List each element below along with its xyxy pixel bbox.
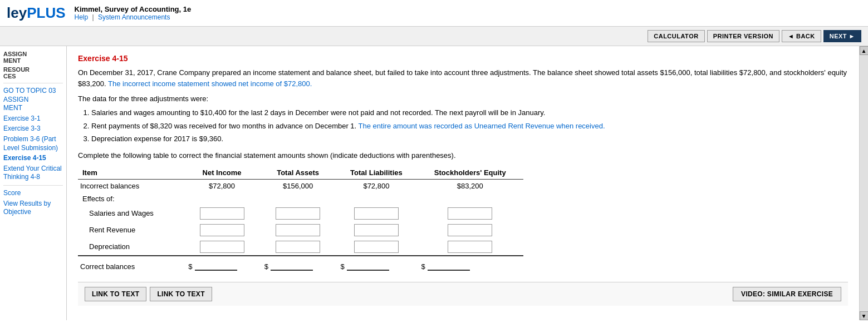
toolbar: CALCULATOR PRINTER VERSION ◄ BACK NEXT ► bbox=[0, 27, 868, 46]
help-link[interactable]: Help bbox=[75, 13, 89, 21]
adjustment-list: Salaries and wages amounting to $10,400 … bbox=[91, 107, 848, 145]
depreciation-stockholders-equity-input[interactable] bbox=[448, 241, 492, 253]
salaries-total-liabilities-cell bbox=[336, 205, 416, 222]
col-header-total-liabilities: Total Liabilities bbox=[336, 166, 416, 180]
correct-label: Correct balances bbox=[78, 256, 184, 273]
col-header-net-income: Net Income bbox=[184, 166, 260, 180]
main-layout: ASSIGNMENT RESOURCES GO TO TOPIC 03 ASSI… bbox=[0, 46, 868, 320]
complete-instruction: Complete the following table to correct … bbox=[78, 151, 848, 160]
rent-net-income-input[interactable] bbox=[200, 224, 244, 236]
exercise-title: Exercise 4-15 bbox=[78, 54, 848, 63]
book-title: Kimmel, Survey of Accounting, 1e bbox=[75, 5, 192, 13]
sidebar-item-exercise-4-15[interactable]: Exercise 4-15 bbox=[3, 154, 63, 163]
rent-total-liabilities-cell bbox=[336, 222, 416, 238]
rent-total-liabilities-input[interactable] bbox=[354, 224, 399, 236]
correct-total-liabilities-input[interactable] bbox=[347, 259, 389, 271]
incorrect-total-assets: $156,000 bbox=[260, 179, 336, 192]
dollar-sign-stockholders-equity: $ bbox=[421, 262, 425, 271]
depreciation-total-assets-cell bbox=[260, 238, 336, 256]
incorrect-label: Incorrect balances bbox=[78, 179, 184, 192]
salaries-label: Salaries and Wages bbox=[78, 205, 184, 222]
printer-version-button[interactable]: PRINTER VERSION bbox=[707, 30, 779, 42]
table-row-salaries: Salaries and Wages bbox=[78, 205, 523, 222]
correct-total-assets-cell: $ bbox=[260, 256, 336, 273]
col-header-total-assets: Total Assets bbox=[260, 166, 336, 180]
dollar-sign-total-assets: $ bbox=[264, 262, 268, 271]
scroll-down-arrow[interactable]: ▼ bbox=[860, 311, 869, 320]
rent-net-income-cell bbox=[184, 222, 260, 238]
list-item-3: Depreciation expense for 2017 is $9,360. bbox=[91, 133, 848, 145]
depreciation-total-liabilities-input[interactable] bbox=[354, 241, 399, 253]
incorrect-total-liabilities: $72,800 bbox=[336, 179, 416, 192]
depreciation-stockholders-equity-cell bbox=[416, 238, 523, 256]
incorrect-stockholders-equity: $83,200 bbox=[416, 179, 523, 192]
data-intro: The data for the three adjustments were: bbox=[78, 95, 848, 103]
correct-total-liabilities-wrap: $ bbox=[340, 259, 412, 271]
table-row-rent-revenue: Rent Revenue bbox=[78, 222, 523, 238]
announcements-link[interactable]: System Announcements bbox=[98, 13, 170, 21]
correct-total-liabilities-cell: $ bbox=[336, 256, 416, 273]
salaries-stockholders-equity-input[interactable] bbox=[448, 207, 492, 220]
sidebar-item-critical-thinking[interactable]: Extend Your Critical Thinking 4-8 bbox=[3, 165, 63, 182]
link-to-text-button-2[interactable]: LINK TO TEXT bbox=[150, 287, 212, 301]
depreciation-net-income-input[interactable] bbox=[200, 241, 244, 253]
correct-net-income-input[interactable] bbox=[195, 259, 237, 271]
header: leyPLUS Kimmel, Survey of Accounting, 1e… bbox=[0, 0, 868, 27]
correct-stockholders-equity-input[interactable] bbox=[428, 259, 470, 271]
sidebar-item-problem-3-6[interactable]: Problem 3-6 (Part Level Submission) bbox=[3, 135, 63, 152]
depreciation-net-income-cell bbox=[184, 238, 260, 256]
scroll-up-arrow[interactable]: ▲ bbox=[860, 46, 869, 55]
sidebar-item-goto-topic[interactable]: GO TO TOPIC 03 ASSIGNMENT bbox=[3, 87, 63, 113]
dollar-sign-total-liabilities: $ bbox=[340, 262, 344, 271]
sidebar: ASSIGNMENT RESOURCES GO TO TOPIC 03 ASSI… bbox=[0, 46, 67, 320]
right-scrollbar: ▲ ▼ bbox=[859, 46, 868, 320]
table-header-row: Item Net Income Total Assets Total Liabi… bbox=[78, 166, 523, 180]
sidebar-item-results-by-objective[interactable]: View Results by Objective bbox=[3, 200, 63, 217]
table-row-correct: Correct balances $ $ bbox=[78, 256, 523, 273]
rent-total-assets-input[interactable] bbox=[276, 224, 320, 236]
sidebar-item-exercise-3-3[interactable]: Exercise 3-3 bbox=[3, 125, 63, 133]
salaries-total-assets-cell bbox=[260, 205, 336, 222]
table-row-depreciation: Depreciation bbox=[78, 238, 523, 256]
rent-stockholders-equity-input[interactable] bbox=[448, 224, 492, 236]
salaries-total-liabilities-input[interactable] bbox=[354, 207, 399, 220]
back-button[interactable]: ◄ BACK bbox=[782, 30, 821, 42]
table-row-incorrect: Incorrect balances $72,800 $156,000 $72,… bbox=[78, 179, 523, 192]
list-item-2: Rent payments of $8,320 was received for… bbox=[91, 121, 848, 132]
salaries-net-income-input[interactable] bbox=[200, 207, 244, 220]
col-header-item: Item bbox=[78, 166, 184, 180]
financial-table: Item Net Income Total Assets Total Liabi… bbox=[78, 166, 523, 273]
left-buttons: LINK TO TEXT LINK TO TEXT bbox=[85, 287, 212, 301]
link-to-text-button-1[interactable]: LINK TO TEXT bbox=[85, 287, 146, 301]
list-item-1: Salaries and wages amounting to $10,400 … bbox=[91, 107, 848, 118]
dollar-sign-net-income: $ bbox=[188, 262, 192, 271]
effects-label-row: Effects of: bbox=[78, 192, 523, 205]
content-area: Exercise 4-15 On December 31, 2017, Cran… bbox=[67, 46, 859, 320]
correct-total-assets-input[interactable] bbox=[271, 259, 313, 271]
sidebar-item-exercise-3-1[interactable]: Exercise 3-1 bbox=[3, 115, 63, 123]
header-links: Help | System Announcements bbox=[75, 13, 192, 21]
depreciation-total-assets-input[interactable] bbox=[276, 241, 320, 253]
correct-total-assets-wrap: $ bbox=[264, 259, 332, 271]
sidebar-item-score[interactable]: Score bbox=[3, 189, 63, 198]
depreciation-label: Depreciation bbox=[78, 238, 184, 256]
intro-paragraph: On December 31, 2017, Crane Company prep… bbox=[78, 67, 848, 89]
intro-text-part2: The incorrect income statement showed ne… bbox=[108, 79, 312, 88]
logo: leyPLUS bbox=[7, 4, 66, 22]
incorrect-net-income: $72,800 bbox=[184, 179, 260, 192]
video-similar-exercise-button[interactable]: VIDEO: SIMILAR EXERCISE bbox=[733, 287, 841, 301]
salaries-net-income-cell bbox=[184, 205, 260, 222]
calculator-button[interactable]: CALCULATOR bbox=[648, 30, 704, 42]
col-header-stockholders-equity: Stockholders' Equity bbox=[416, 166, 523, 180]
sidebar-assignment-label: ASSIGNMENT bbox=[3, 51, 63, 64]
correct-stockholders-equity-wrap: $ bbox=[421, 259, 519, 271]
rent-total-assets-cell bbox=[260, 222, 336, 238]
salaries-stockholders-equity-cell bbox=[416, 205, 523, 222]
effects-label: Effects of: bbox=[78, 192, 184, 205]
next-button[interactable]: NEXT ► bbox=[823, 30, 861, 42]
bottom-bar: LINK TO TEXT LINK TO TEXT VIDEO: SIMILAR… bbox=[78, 282, 848, 306]
correct-stockholders-equity-cell: $ bbox=[416, 256, 523, 273]
rent-label: Rent Revenue bbox=[78, 222, 184, 238]
correct-net-income-cell: $ bbox=[184, 256, 260, 273]
salaries-total-assets-input[interactable] bbox=[276, 207, 320, 220]
